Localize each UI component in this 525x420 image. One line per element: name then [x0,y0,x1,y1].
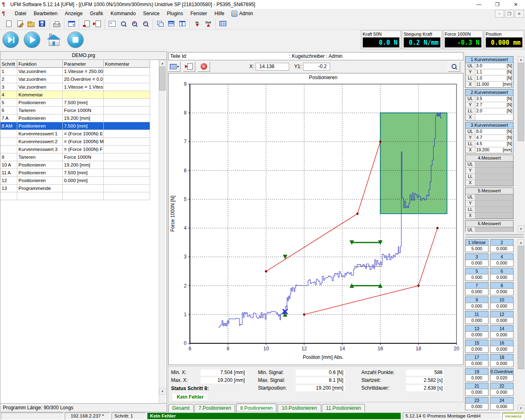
menu-hilfe[interactable]: Hilfe [211,9,228,18]
scroll-up-icon[interactable]: ▲ [159,60,166,66]
variable-cell[interactable]: 50.000 [465,268,488,281]
graph-zoom-button[interactable] [107,19,118,29]
variable-cell[interactable]: 0.Overdrive0.020 [490,368,514,381]
table-row[interactable]: 11 APositionieren7.500 [mm] [0,169,151,177]
result-field[interactable] [475,227,513,232]
program-table[interactable]: SchrittFunktionParameterKommentar1Var.zu… [0,60,151,200]
table-row[interactable]: Kurvenmesswert 3= (Force 1000N) F [0,146,151,153]
import-curve-button[interactable] [183,62,195,72]
variable-cell[interactable]: 120.000 [490,311,514,324]
cursor-x-value[interactable]: 14.138 [256,63,289,71]
menu-service[interactable]: Service [139,9,163,18]
scroll-down-icon[interactable]: ▼ [159,388,166,395]
child-restore-icon[interactable]: ❐ [505,10,514,18]
variable-cell[interactable]: 180.000 [490,354,514,367]
data-grid-button[interactable] [217,19,228,29]
zoom-out-button[interactable] [140,19,151,29]
play-button[interactable] [24,32,40,48]
export-button[interactable] [81,19,92,29]
variable-cell[interactable]: 230.000 [465,397,488,410]
table-row[interactable] [0,192,151,200]
result-field[interactable]: 1.0[N] [475,75,513,81]
result-field[interactable]: 1.1[N] [475,69,513,75]
child-minimize-icon[interactable]: – [495,10,504,18]
tile-vertical-button[interactable] [177,19,188,29]
result-field[interactable]: 2.0[N] [475,108,513,114]
menu-grafik[interactable]: Grafik [86,9,107,18]
scrollbar-thumb[interactable] [159,67,166,91]
results-scrollbar[interactable]: ▲ ▼ [518,56,524,232]
tab-8-positionieren[interactable]: 8.Positionieren [236,403,276,412]
tile-horizontal-button[interactable] [166,19,177,29]
variable-cell[interactable]: 60.000 [490,268,514,281]
table-row[interactable]: 9TarierenForce 1000N [0,153,151,161]
result-field[interactable] [475,207,513,212]
variables-scrollbar[interactable]: ▲ ▼ [518,239,524,411]
menu-admin[interactable]: Admin [228,10,256,18]
column-header-funktion[interactable]: Funktion [17,60,63,68]
save-button[interactable] [37,19,48,29]
result-field[interactable]: 11.000[mm] [475,82,513,87]
menu-datei[interactable]: Datei [11,9,30,18]
variable-cell[interactable]: 100.000 [490,297,514,310]
variable-cell[interactable]: 220.000 [490,383,514,396]
out-button[interactable]: Out [203,19,214,29]
close-icon[interactable]: ✕ [507,0,525,9]
menu-plugins[interactable]: Plugins [163,9,187,18]
table-row[interactable]: 13Programmende [0,185,151,192]
tab-11-positionieren[interactable]: 11.Positionieren [322,404,365,412]
table-row[interactable]: 6TarierenForce 1000N [0,107,151,114]
result-field[interactable]: 3.5[N] [475,96,513,102]
table-row[interactable]: 8 AMPositionieren7.500 [mm] [0,122,151,130]
result-field[interactable] [475,194,513,200]
variable-cell[interactable]: 80.000 [490,282,514,295]
variable-cell[interactable]: 20.000 [490,239,514,252]
result-field[interactable] [475,168,513,173]
result-field[interactable]: 8.0[N] [475,129,513,135]
curve-grid-button[interactable]: ▾ [168,62,180,72]
edit-program-button[interactable] [14,19,25,29]
cursor-y-value[interactable]: -0.2 [303,63,330,71]
variable-cell[interactable]: 110.000 [465,311,488,324]
result-field[interactable] [475,174,513,180]
variable-cell[interactable]: 130.000 [465,325,488,338]
tab-7-positionieren[interactable]: 7.Positionieren [194,404,235,412]
variable-cell[interactable]: 1.Vitesse5.000 [465,239,488,252]
table-row[interactable]: Kurvenmesswert 2= (Force 1000N) M [0,138,151,146]
column-header-kommentar[interactable]: Kommentar [104,60,150,68]
result-field[interactable] [475,162,513,167]
form-editor-button[interactable] [66,19,77,29]
delete-curve-button[interactable]: × [198,62,210,72]
zoom-in-button[interactable] [129,19,140,29]
scroll-down-icon[interactable]: ▼ [518,405,524,411]
chart-zoom-button[interactable] [448,62,460,72]
result-field[interactable]: 19.200[mm] [475,147,513,153]
column-header-parameter[interactable]: Parameter [63,60,104,68]
program-scrollbar[interactable]: ▲ ▼ [159,60,166,404]
result-field[interactable]: 4.7[N] [475,135,513,141]
table-row[interactable]: 7 APositionieren19.200 [mm] [0,114,151,122]
variable-cell[interactable]: 70.000 [465,282,488,295]
table-row[interactable]: 1Var.zuordnen1.Vitesse = 250.00 [0,68,151,75]
table-row[interactable]: 10 APositionieren19.200 [mm] [0,161,151,169]
single-step-button[interactable] [2,32,19,48]
result-field[interactable] [475,114,513,120]
table-row[interactable]: 3Var.zuordnen1.Vitesse = 1.Vites [0,83,151,91]
result-field[interactable]: 4.5[N] [475,141,513,147]
scroll-down-icon[interactable]: ▼ [518,226,524,232]
scroll-up-icon[interactable]: ▲ [518,56,524,63]
chart-plot-area[interactable]: 681012141618200123456789PositionierenPos… [168,73,463,365]
variable-cell[interactable]: 170.000 [465,354,488,367]
table-row[interactable]: 2Var.zuordnen20.Overdrive = 0.0 [0,75,151,83]
variable-cell[interactable]: 240.000 [490,397,514,410]
scrollbar-thumb[interactable] [518,63,524,141]
import-button[interactable] [92,19,103,29]
result-field[interactable]: 3.0[N] [475,63,513,69]
table-row[interactable]: Kurvenmesswert 1= (Force 1000N) E [0,130,151,138]
child-close-icon[interactable]: ✕ [515,10,524,18]
result-field[interactable] [475,180,513,186]
menu-fenster[interactable]: Fenster [187,9,211,18]
print-button[interactable] [51,19,62,29]
variable-cell[interactable]: 190.000 [465,368,488,381]
table-row[interactable]: 12Positionieren0.000 [mm] [0,177,151,185]
